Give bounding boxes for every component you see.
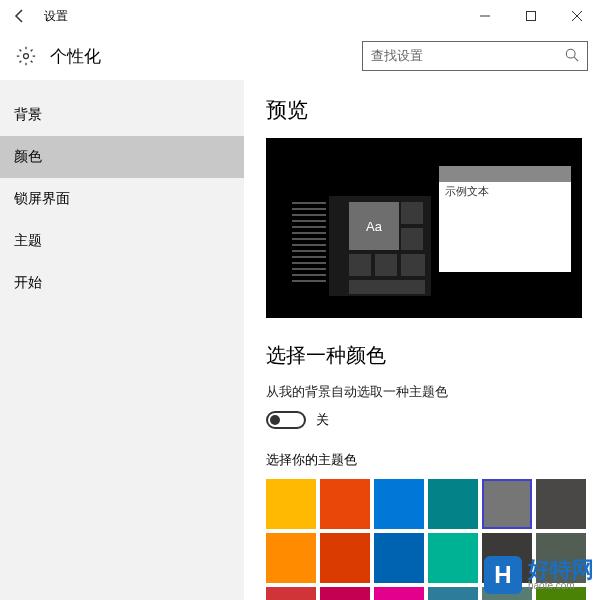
maximize-button[interactable] bbox=[508, 0, 554, 32]
color-swatch[interactable] bbox=[320, 533, 370, 583]
close-button[interactable] bbox=[554, 0, 600, 32]
sidebar-item-colors[interactable]: 颜色 bbox=[0, 136, 244, 178]
color-swatch[interactable] bbox=[482, 479, 532, 529]
search-input[interactable]: 查找设置 bbox=[362, 41, 588, 71]
accent-label: 选择你的主题色 bbox=[266, 451, 580, 469]
minimize-button[interactable] bbox=[462, 0, 508, 32]
color-swatch[interactable] bbox=[266, 479, 316, 529]
color-swatch[interactable] bbox=[266, 587, 316, 600]
sidebar-item-start[interactable]: 开始 bbox=[0, 262, 244, 304]
color-swatch[interactable] bbox=[428, 587, 478, 600]
watermark-text: 好特网 haote.com bbox=[528, 559, 594, 591]
svg-line-4 bbox=[574, 57, 578, 61]
color-swatch[interactable] bbox=[374, 533, 424, 583]
search-placeholder: 查找设置 bbox=[371, 47, 565, 65]
watermark: H 好特网 haote.com bbox=[484, 556, 594, 594]
sidebar-item-themes[interactable]: 主题 bbox=[0, 220, 244, 262]
header-row: 个性化 查找设置 bbox=[0, 32, 600, 80]
titlebar: 设置 bbox=[0, 0, 600, 32]
color-swatch[interactable] bbox=[320, 479, 370, 529]
preview-tile-large: Aa bbox=[349, 202, 399, 250]
page-title: 个性化 bbox=[50, 45, 101, 68]
color-swatch[interactable] bbox=[374, 479, 424, 529]
auto-color-label: 从我的背景自动选取一种主题色 bbox=[266, 383, 580, 401]
sample-text: 示例文本 bbox=[445, 184, 489, 199]
watermark-badge: H bbox=[484, 556, 522, 594]
sidebar-item-lockscreen[interactable]: 锁屏界面 bbox=[0, 178, 244, 220]
search-icon bbox=[565, 48, 579, 65]
preview-heading: 预览 bbox=[266, 96, 580, 124]
sidebar-item-background[interactable]: 背景 bbox=[0, 94, 244, 136]
color-swatch[interactable] bbox=[428, 479, 478, 529]
toggle-state: 关 bbox=[316, 411, 329, 429]
preview-panel: 示例文本 Aa bbox=[266, 138, 582, 318]
preview-ruler bbox=[292, 202, 326, 286]
content-area: 预览 示例文本 Aa 选择一种颜色 从我的背景自动选取一种主题色 关 bbox=[244, 80, 600, 600]
preview-light-window: 示例文本 bbox=[439, 166, 571, 272]
sidebar: 背景 颜色 锁屏界面 主题 开始 bbox=[0, 80, 244, 600]
color-swatch[interactable] bbox=[536, 479, 586, 529]
color-swatch[interactable] bbox=[374, 587, 424, 600]
auto-color-toggle[interactable] bbox=[266, 411, 306, 429]
svg-point-3 bbox=[566, 49, 575, 58]
choose-color-heading: 选择一种颜色 bbox=[266, 342, 580, 369]
svg-rect-1 bbox=[527, 12, 536, 21]
back-button[interactable] bbox=[0, 0, 40, 32]
window-title: 设置 bbox=[40, 8, 68, 25]
color-swatch[interactable] bbox=[266, 533, 316, 583]
color-swatch[interactable] bbox=[428, 533, 478, 583]
gear-icon bbox=[14, 46, 38, 66]
color-swatch[interactable] bbox=[320, 587, 370, 600]
preview-dark-window: Aa bbox=[329, 196, 431, 296]
svg-point-2 bbox=[24, 54, 29, 59]
